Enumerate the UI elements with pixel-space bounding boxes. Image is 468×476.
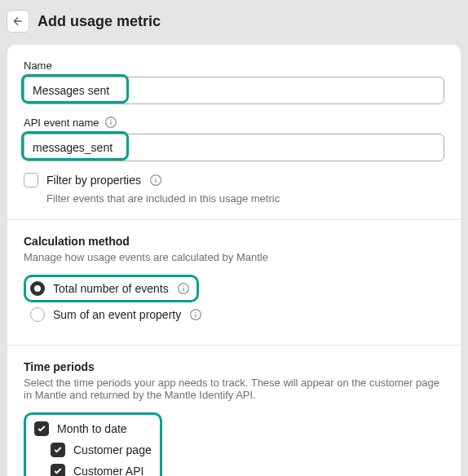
svg-rect-11 xyxy=(196,314,196,317)
total-events-label: Total number of events xyxy=(53,282,169,295)
radio-sum-property[interactable] xyxy=(30,307,45,322)
svg-point-1 xyxy=(110,119,112,121)
filter-checkbox[interactable] xyxy=(24,173,38,187)
svg-point-7 xyxy=(183,285,184,287)
filter-help-text: Filter events that are included in this … xyxy=(46,192,444,205)
name-input[interactable] xyxy=(24,77,444,104)
arrow-left-icon xyxy=(11,15,24,28)
api-label: API event name xyxy=(24,117,99,129)
back-button[interactable] xyxy=(7,10,29,33)
info-icon[interactable] xyxy=(104,116,117,129)
svg-point-4 xyxy=(155,177,157,178)
page-title: Add usage metric xyxy=(38,13,161,30)
filter-label: Filter by properties xyxy=(46,174,141,187)
mtd-label: Month to date xyxy=(57,422,127,435)
time-desc: Select the time periods your app needs t… xyxy=(24,377,444,401)
svg-rect-5 xyxy=(155,179,156,183)
radio-total-events[interactable] xyxy=(30,281,45,296)
svg-point-10 xyxy=(195,311,196,313)
calc-desc: Manage how usage events are calculated b… xyxy=(24,251,444,263)
checkbox-customer-api[interactable] xyxy=(51,464,65,476)
svg-rect-2 xyxy=(110,121,111,125)
calc-heading: Calculation method xyxy=(24,235,444,248)
checkbox-customer-page[interactable] xyxy=(51,443,65,457)
info-icon[interactable] xyxy=(177,282,190,295)
sum-property-label: Sum of an event property xyxy=(53,308,181,321)
info-icon[interactable] xyxy=(149,174,162,187)
name-label: Name xyxy=(24,60,444,72)
info-icon[interactable] xyxy=(189,308,202,321)
total-events-highlight: Total number of events xyxy=(24,275,199,302)
api-event-input[interactable] xyxy=(24,134,444,161)
mtd-highlight: Month to date Customer page Customer API xyxy=(24,412,162,476)
cust-api-label: Customer API xyxy=(73,465,143,476)
cust-page-label: Customer page xyxy=(73,443,152,456)
checkbox-month-to-date[interactable] xyxy=(34,421,49,436)
time-heading: Time periods xyxy=(24,360,444,373)
svg-rect-8 xyxy=(183,288,183,291)
